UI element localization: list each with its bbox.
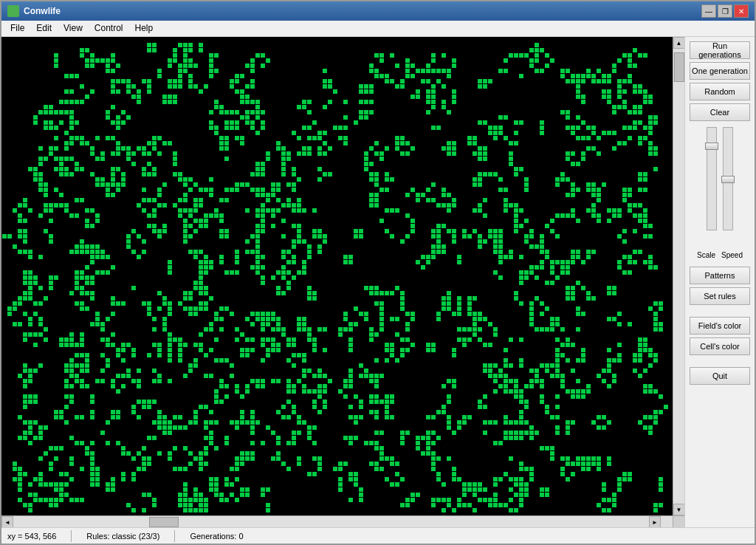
scroll-right-button[interactable]: ► xyxy=(649,516,661,527)
window-title: Conwlife xyxy=(24,6,61,16)
generations-display: Generations: 0 xyxy=(190,532,243,541)
game-canvas-area[interactable] xyxy=(1,37,673,515)
menu-control[interactable]: Control xyxy=(89,22,129,35)
app-icon xyxy=(7,5,19,17)
slider-labels: Scale Speed xyxy=(697,251,743,259)
sliders-container xyxy=(707,127,733,245)
quit-button[interactable]: Quit xyxy=(690,367,750,385)
canvas-row: ▲ ▼ xyxy=(1,37,684,515)
random-button[interactable]: Random xyxy=(690,83,750,100)
scroll-corner xyxy=(673,515,684,527)
one-generation-button[interactable]: One generation xyxy=(690,62,750,80)
fields-color-button[interactable]: Field's color xyxy=(690,317,750,335)
scroll-track-horizontal[interactable]: ◄ ► xyxy=(1,515,673,527)
menu-file[interactable]: File xyxy=(4,22,30,35)
speed-slider-thumb[interactable] xyxy=(721,176,735,183)
vertical-scrollbar[interactable]: ▲ ▼ xyxy=(673,37,684,515)
clear-button[interactable]: Clear xyxy=(690,103,750,121)
speed-slider-track[interactable] xyxy=(723,127,733,230)
scale-slider-thumb[interactable] xyxy=(705,143,718,150)
close-button[interactable]: ✕ xyxy=(734,4,749,18)
restore-button[interactable]: ❐ xyxy=(718,4,732,18)
scroll-left-button[interactable]: ◄ xyxy=(1,516,13,527)
scroll-up-button[interactable]: ▲ xyxy=(673,37,685,49)
coords-display: xy = 543, 566 xyxy=(7,532,56,541)
status-sep-1 xyxy=(71,530,72,542)
title-bar: Conwlife — ❐ ✕ xyxy=(1,1,755,21)
title-controls: — ❐ ✕ xyxy=(701,4,749,18)
sidebar: Run generations One generation Random Cl… xyxy=(684,37,755,527)
main-content: ▲ ▼ ◄ ► Run generations One generation xyxy=(1,37,755,527)
scale-slider-track[interactable] xyxy=(707,127,717,230)
scale-label: Scale xyxy=(697,251,715,259)
rules-display: Rules: classic (23/3) xyxy=(86,532,159,541)
run-generations-button[interactable]: Run generations xyxy=(690,41,750,59)
set-rules-button[interactable]: Set rules xyxy=(690,287,750,305)
minimize-button[interactable]: — xyxy=(701,4,716,18)
game-canvas[interactable] xyxy=(1,37,673,515)
cells-color-button[interactable]: Cell's color xyxy=(690,337,750,355)
scroll-thumb-vertical[interactable] xyxy=(674,52,684,82)
title-bar-left: Conwlife xyxy=(7,5,61,17)
patterns-button[interactable]: Patterns xyxy=(690,267,750,284)
status-bar: xy = 543, 566 Rules: classic (23/3) Gene… xyxy=(1,527,755,544)
main-window: Conwlife — ❐ ✕ File Edit View Control He… xyxy=(0,0,756,545)
scroll-track-vertical[interactable] xyxy=(673,49,685,504)
scale-slider-group xyxy=(707,127,717,230)
scroll-thumb-horizontal[interactable] xyxy=(149,517,179,527)
speed-slider-group xyxy=(723,127,733,230)
speed-label: Speed xyxy=(721,251,743,259)
scroll-down-button[interactable]: ▼ xyxy=(673,504,685,515)
menu-edit[interactable]: Edit xyxy=(30,22,58,35)
status-sep-2 xyxy=(174,530,175,542)
menu-bar: File Edit View Control Help xyxy=(1,21,755,37)
canvas-section: ▲ ▼ ◄ ► xyxy=(1,37,684,527)
menu-help[interactable]: Help xyxy=(129,22,159,35)
canvas-bottom: ◄ ► xyxy=(1,515,684,527)
menu-view[interactable]: View xyxy=(58,22,89,35)
